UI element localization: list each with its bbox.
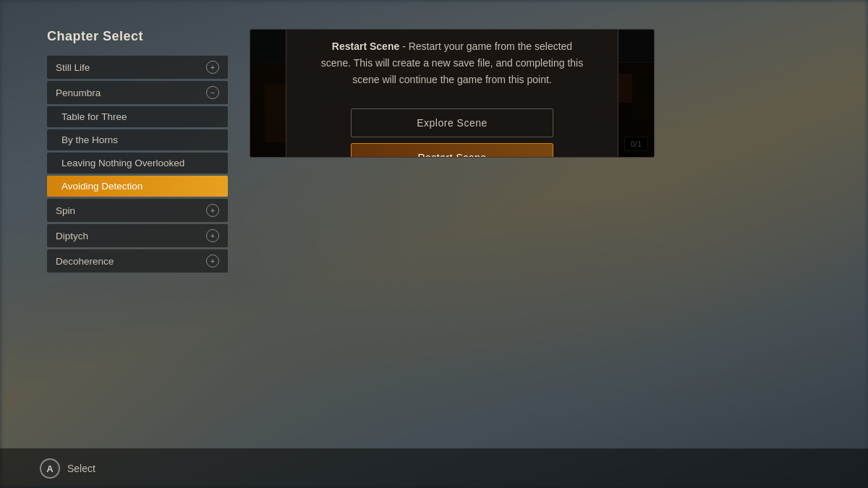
expand-icon: + xyxy=(206,204,219,217)
sidebar-item-label: Avoiding Detection xyxy=(61,181,142,192)
sidebar-item-by-the-horns[interactable]: By the Horns xyxy=(47,129,228,150)
restart-scene-label: Restart Scene xyxy=(332,40,399,52)
content-area: Chapter Select Still Life + Penumbra − T… xyxy=(0,0,868,488)
sidebar: Chapter Select Still Life + Penumbra − T… xyxy=(47,29,228,275)
restart-scene-button[interactable]: Restart Scene xyxy=(351,143,553,158)
chapter-select-title: Chapter Select xyxy=(47,29,228,44)
expand-icon: + xyxy=(206,229,219,242)
controller-hint: A Select xyxy=(40,458,95,479)
sidebar-item-label: Still Life xyxy=(56,62,90,73)
modal-overlay: Explore Scene - Replay a completed scene… xyxy=(250,30,654,157)
sidebar-item-label: Spin xyxy=(56,205,75,216)
sidebar-item-penumbra[interactable]: Penumbra − xyxy=(47,81,228,104)
explore-scene-button[interactable]: Explore Scene xyxy=(351,108,553,137)
sidebar-item-diptych[interactable]: Diptych + xyxy=(47,224,228,247)
expand-icon: + xyxy=(206,254,219,267)
a-button-icon: A xyxy=(40,458,60,479)
select-action-label: Select xyxy=(67,463,95,474)
sidebar-item-still-life[interactable]: Still Life + xyxy=(47,56,228,79)
sidebar-item-label: Table for Three xyxy=(61,111,127,122)
collapse-icon: − xyxy=(206,86,219,99)
modal-description: Explore Scene - Replay a completed scene… xyxy=(319,29,585,88)
sidebar-item-avoiding-detection[interactable]: Avoiding Detection xyxy=(47,176,228,197)
bottom-bar: A Select xyxy=(0,448,868,488)
sidebar-item-label: Diptych xyxy=(56,231,88,241)
sidebar-item-leaving-nothing-overlooked[interactable]: Leaving Nothing Overlooked xyxy=(47,153,228,174)
sidebar-item-label: Decoherence xyxy=(56,256,114,267)
sidebar-item-label: Leaving Nothing Overlooked xyxy=(61,158,184,168)
chapter-panel: Avoiding Detection 0/1 Explore Scene - R… xyxy=(250,29,655,158)
sidebar-item-spin[interactable]: Spin + xyxy=(47,199,228,222)
sidebar-item-table-for-three[interactable]: Table for Three xyxy=(47,106,228,127)
sidebar-item-label: By the Horns xyxy=(61,134,118,145)
sidebar-item-label: Penumbra xyxy=(56,87,101,98)
modal-restart-description: Restart Scene - Restart your game from t… xyxy=(319,38,585,88)
main-area: Chapter Select Still Life + Penumbra − T… xyxy=(0,0,868,448)
expand-icon: + xyxy=(206,61,219,74)
sidebar-item-decoherence[interactable]: Decoherence + xyxy=(47,249,228,273)
modal-dialog: Explore Scene - Replay a completed scene… xyxy=(286,29,618,158)
